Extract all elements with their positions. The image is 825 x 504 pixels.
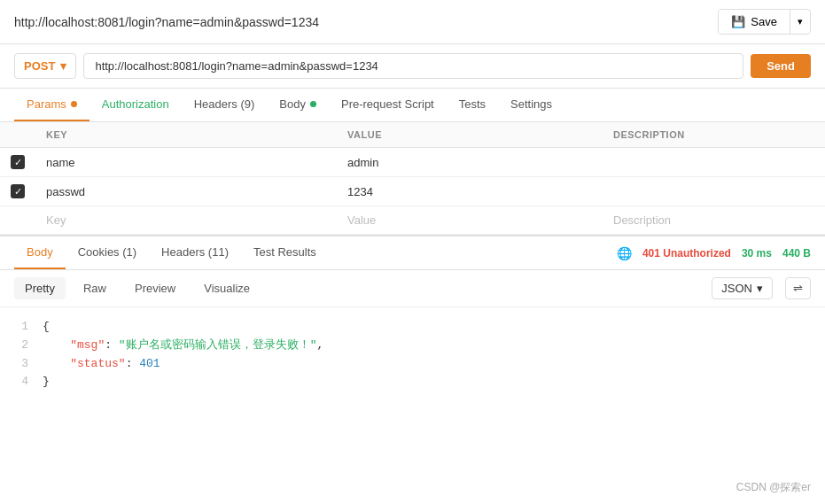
url-input[interactable] [83,53,743,79]
param-value-passwd[interactable]: 1234 [337,177,603,206]
format-dropdown-icon: ▾ [757,282,763,295]
request-tabs: Params Authorization Headers (9) Body Pr… [0,89,825,122]
view-visualize[interactable]: Visualize [193,277,261,299]
tab-params[interactable]: Params [14,89,90,121]
wrap-icon: ⇌ [793,282,803,295]
body-dot [310,101,316,107]
tab-prerequest[interactable]: Pre-request Script [329,89,447,121]
param-desc-name[interactable] [603,148,825,177]
save-dropdown-arrow[interactable]: ▾ [790,11,810,33]
tab-headers[interactable]: Headers (9) [182,89,268,121]
view-raw[interactable]: Raw [73,277,117,299]
param-value-empty[interactable]: Value [337,206,603,235]
watermark: CSDN @探索er [736,480,811,495]
checkbox-name[interactable]: ✓ [11,155,25,169]
view-pretty[interactable]: Pretty [14,277,66,299]
param-desc-empty[interactable]: Description [603,206,825,235]
globe-icon: 🌐 [617,246,632,260]
param-key-passwd[interactable]: passwd [35,177,337,206]
response-section: Body Cookies (1) Headers (11) Test Resul… [0,235,825,402]
response-size: 440 B [782,247,811,260]
response-tab-headers[interactable]: Headers (11) [149,236,241,269]
param-desc-passwd[interactable] [603,177,825,206]
wrap-button[interactable]: ⇌ [785,277,811,299]
response-tabs-bar: Body Cookies (1) Headers (11) Test Resul… [0,236,825,270]
body-toolbar: Pretty Raw Preview Visualize JSON ▾ ⇌ [0,270,825,307]
request-bar: POST ▾ Send [0,44,825,89]
response-tab-test-results[interactable]: Test Results [241,236,329,269]
tab-tests[interactable]: Tests [447,89,498,121]
method-dropdown-icon: ▾ [60,59,66,73]
response-status-area: 🌐 401 Unauthorized 30 ms 440 B [617,246,811,260]
method-select[interactable]: POST ▾ [14,53,76,79]
window-title: http://localhost:8081/login?name=admin&p… [14,15,319,29]
params-table: KEY VALUE DESCRIPTION ✓ name admin ✓ pas… [0,122,825,235]
tab-settings[interactable]: Settings [498,89,564,121]
code-line-1: 1 { [14,318,811,337]
response-tab-cookies[interactable]: Cookies (1) [66,236,149,269]
response-time: 30 ms [742,247,772,260]
save-button-group[interactable]: 💾 Save ▾ [718,9,811,35]
code-line-2: 2 "msg": "账户名或密码输入错误，登录失败！", [14,337,811,355]
param-row-name: ✓ name admin [0,148,825,177]
format-select[interactable]: JSON ▾ [712,277,773,299]
param-row-passwd: ✓ passwd 1234 [0,177,825,206]
param-key-empty[interactable]: Key [35,206,337,235]
param-key-name[interactable]: name [35,148,337,177]
send-button[interactable]: Send [751,54,811,78]
response-tabs-left: Body Cookies (1) Headers (11) Test Resul… [14,236,329,269]
param-row-empty: Key Value Description [0,206,825,235]
param-value-name[interactable]: admin [337,148,603,177]
status-badge: 401 Unauthorized [642,247,731,260]
tab-body[interactable]: Body [267,89,329,121]
col-value: VALUE [337,122,603,148]
response-code: 1 { 2 "msg": "账户名或密码输入错误，登录失败！", 3 "stat… [0,307,825,402]
params-dot [71,101,77,107]
col-checkbox [0,122,35,148]
code-line-3: 3 "status": 401 [14,355,811,374]
checkbox-passwd[interactable]: ✓ [11,184,25,198]
top-bar: http://localhost:8081/login?name=admin&p… [0,0,825,44]
save-button[interactable]: 💾 Save [719,10,790,34]
tab-authorization[interactable]: Authorization [90,89,182,121]
code-line-4: 4 } [14,373,811,392]
save-icon: 💾 [731,15,745,28]
response-tab-body[interactable]: Body [14,236,66,269]
col-description: DESCRIPTION [603,122,825,148]
view-preview[interactable]: Preview [124,277,186,299]
col-key: KEY [35,122,337,148]
